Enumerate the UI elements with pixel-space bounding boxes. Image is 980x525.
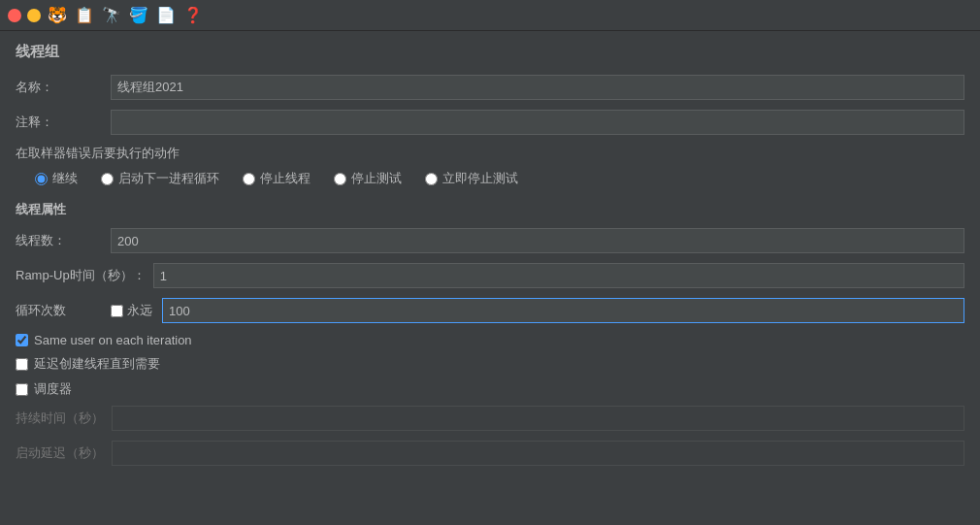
radio-stop-thread-label: 停止线程 [260,170,310,187]
thread-count-label: 线程数： [16,232,103,249]
main-title: 线程组 [16,43,964,61]
radio-continue-label: 继续 [52,170,78,187]
start-delay-input[interactable] [112,441,964,466]
same-user-label: Same user on each iteration [34,333,192,347]
thread-props-title: 线程属性 [16,201,964,218]
scheduler-label: 调度器 [34,380,72,398]
loop-label: 循环次数 [16,302,103,319]
delay-create-checkbox[interactable] [16,358,28,371]
tiger-icon[interactable]: 🐯 [47,5,68,26]
clipboard-icon[interactable]: 📋 [74,5,95,26]
radio-next-loop-input[interactable] [101,173,114,185]
forever-check[interactable]: 永远 [111,302,152,319]
same-user-row: Same user on each iteration [16,333,964,347]
loop-count-input[interactable] [162,298,964,323]
forever-label: 永远 [127,302,152,319]
rampup-label: Ramp-Up时间（秒）： [16,267,146,284]
rampup-input[interactable] [153,263,964,288]
document-icon[interactable]: 📄 [155,5,177,26]
name-label: 名称： [16,79,103,96]
radio-stop-test-label: 停止测试 [351,170,402,187]
radio-continue-input[interactable] [35,173,48,185]
radio-continue[interactable]: 继续 [35,170,78,187]
radio-stop-test-now-label: 立即停止测试 [442,170,518,187]
thread-count-row: 线程数： [16,228,964,253]
bucket-icon[interactable]: 🪣 [128,5,149,26]
comment-label: 注释： [16,114,103,131]
radio-stop-test-now[interactable]: 立即停止测试 [425,170,518,187]
name-row: 名称： [16,75,964,100]
radio-group: 继续 启动下一进程循环 停止线程 停止测试 立即停止测试 [16,170,964,187]
help-icon[interactable]: ❓ [182,5,204,26]
delay-create-row: 延迟创建线程直到需要 [16,355,964,373]
start-delay-label: 启动延迟（秒） [16,444,104,462]
loop-row: 循环次数 永远 [16,298,964,323]
thread-count-input[interactable] [111,228,964,253]
radio-stop-test-now-input[interactable] [425,173,438,185]
binoculars-icon[interactable]: 🔭 [101,5,122,26]
name-input[interactable] [111,75,964,100]
forever-checkbox[interactable] [111,305,123,317]
scheduler-row: 调度器 [16,380,964,398]
comment-row: 注释： [16,110,964,135]
minimize-button[interactable] [27,9,41,22]
duration-row: 持续时间（秒） [16,406,964,431]
comment-input[interactable] [111,110,964,135]
content-area: 线程组 名称： 注释： 在取样器错误后要执行的动作 继续 启动下一进程循环 停止… [0,31,980,487]
radio-stop-test[interactable]: 停止测试 [334,170,402,187]
delay-create-label: 延迟创建线程直到需要 [34,355,160,373]
title-bar: 🐯 📋 🔭 🪣 📄 ❓ [0,0,980,31]
radio-next-loop-label: 启动下一进程循环 [118,170,219,187]
same-user-checkbox[interactable] [16,334,28,346]
rampup-row: Ramp-Up时间（秒）： [16,263,964,288]
duration-input[interactable] [112,406,964,431]
duration-label: 持续时间（秒） [16,410,104,427]
on-error-title: 在取样器错误后要执行的动作 [16,145,964,162]
on-error-section: 在取样器错误后要执行的动作 继续 启动下一进程循环 停止线程 停止测试 立即停止… [16,145,964,187]
radio-stop-thread[interactable]: 停止线程 [243,170,310,187]
start-delay-row: 启动延迟（秒） [16,441,964,466]
radio-next-loop[interactable]: 启动下一进程循环 [101,170,219,187]
scheduler-checkbox[interactable] [16,383,28,396]
radio-stop-thread-input[interactable] [243,173,255,185]
close-button[interactable] [8,9,21,22]
radio-stop-test-input[interactable] [334,173,346,185]
